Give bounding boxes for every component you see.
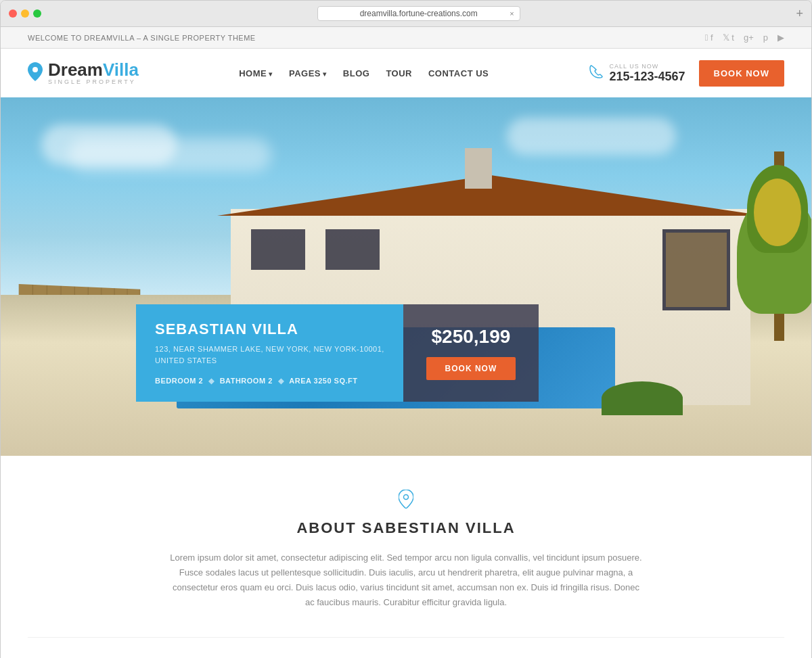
- hero-light: [666, 233, 727, 307]
- logo-sub: SINGLE PROPERTY: [48, 78, 139, 85]
- property-price-box: $250,199 BOOK NOW: [403, 304, 539, 402]
- property-info-box: SEBASTIAN VILLA 123, NEAR SHAMMER LAKE, …: [136, 304, 403, 402]
- hero-tree-right: [774, 151, 784, 341]
- logo-pin-icon: [28, 62, 43, 84]
- property-overlay: SEBASTIAN VILLA 123, NEAR SHAMMER LAKE, …: [136, 304, 539, 402]
- nav-home[interactable]: HOME: [239, 68, 273, 78]
- about-description: Lorem ipsum dolor sit amet, consectetur …: [169, 550, 643, 610]
- call-label: CALL US NOW: [609, 63, 685, 70]
- pinterest-icon[interactable]: p: [763, 32, 768, 43]
- phone-number: 215-123-4567: [609, 70, 685, 84]
- phone-icon: [589, 64, 604, 83]
- logo-name: DreamVilla: [48, 61, 139, 78]
- bedroom-feature: BEDROOM 2: [155, 377, 203, 385]
- dot-2: ◆: [278, 377, 284, 385]
- svg-point-0: [32, 67, 38, 72]
- hero-window-1: [251, 229, 305, 270]
- minimize-dot[interactable]: [21, 9, 29, 18]
- twitter-icon[interactable]: 𝕏 t: [723, 32, 734, 43]
- hero-window-2: [325, 229, 380, 270]
- logo[interactable]: DreamVilla SINGLE PROPERTY: [28, 61, 139, 85]
- property-address: 123, NEAR SHAMMER LAKE, NEW YORK, NEW YO…: [155, 344, 384, 366]
- nav-blog[interactable]: BLOG: [343, 68, 370, 78]
- logo-text: DreamVilla SINGLE PROPERTY: [48, 61, 139, 85]
- url-bar[interactable]: dreamvilla.fortune-creations.com ×: [317, 6, 520, 21]
- about-section: ABOUT SABESTIAN VILLA Lorem ipsum dolor …: [1, 456, 811, 658]
- bathroom-feature: BATHROOM 2: [220, 377, 273, 385]
- property-name: SEBASTIAN VILLA: [155, 321, 384, 338]
- hero-section: SEBASTIAN VILLA 123, NEAR SHAMMER LAKE, …: [1, 97, 811, 456]
- nav-tour[interactable]: TOUR: [386, 68, 412, 78]
- cloud-2: [68, 138, 271, 172]
- url-text: dreamvilla.fortune-creations.com: [360, 9, 478, 18]
- property-features: BEDROOM 2 ◆ BATHROOM 2 ◆ AREA 3250 SQ.FT: [155, 377, 384, 385]
- social-icons:  f 𝕏 t g+ p ▶: [705, 32, 784, 43]
- nav-links: HOME PAGES BLOG TOUR CONTACT US: [239, 68, 489, 78]
- dot-1: ◆: [208, 377, 215, 385]
- welcome-text: WELCOME TO DREAMVILLA – A SINGLE PROPERT…: [28, 34, 256, 42]
- maximize-dot[interactable]: [33, 9, 41, 18]
- hero-book-button[interactable]: BOOK NOW: [426, 357, 516, 380]
- main-nav: DreamVilla SINGLE PROPERTY HOME PAGES BL…: [1, 49, 811, 97]
- hero-chimney: [465, 148, 492, 189]
- phone-area: CALL US NOW 215-123-4567: [589, 63, 685, 84]
- close-tab-icon[interactable]: ×: [510, 9, 514, 18]
- about-pin-icon: [28, 490, 784, 513]
- about-title: ABOUT SABESTIAN VILLA: [28, 519, 784, 537]
- nav-book-button[interactable]: BOOK NOW: [699, 60, 784, 87]
- youtube-icon[interactable]: ▶: [777, 32, 784, 43]
- phone-info: CALL US NOW 215-123-4567: [609, 63, 685, 84]
- nav-contact[interactable]: CONTACT US: [428, 68, 489, 78]
- features-row: [28, 637, 784, 658]
- nav-right: CALL US NOW 215-123-4567 BOOK NOW: [589, 60, 784, 87]
- website-content: WELCOME TO DREAMVILLA – A SINGLE PROPERT…: [1, 27, 811, 658]
- area-feature: AREA 3250 SQ.FT: [289, 377, 357, 385]
- hero-bushes: [602, 381, 683, 415]
- close-dot[interactable]: [9, 9, 17, 18]
- nav-pages[interactable]: PAGES: [289, 68, 327, 78]
- svg-point-1: [404, 495, 409, 500]
- facebook-icon[interactable]:  f: [705, 32, 713, 43]
- property-price: $250,199: [432, 326, 511, 348]
- top-bar: WELCOME TO DREAMVILLA – A SINGLE PROPERT…: [1, 27, 811, 49]
- cloud-3: [507, 118, 676, 155]
- new-tab-icon[interactable]: +: [796, 7, 803, 21]
- googleplus-icon[interactable]: g+: [744, 32, 754, 43]
